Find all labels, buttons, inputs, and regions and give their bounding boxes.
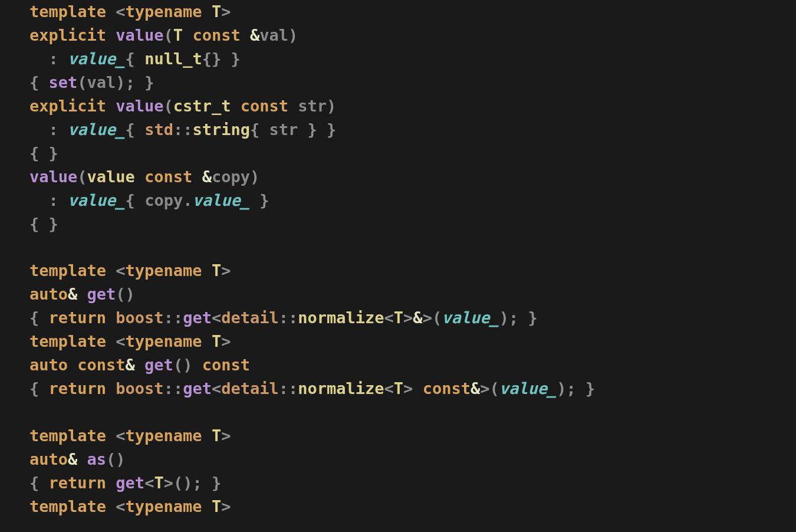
ns-std: std	[144, 120, 173, 139]
line: { return boost::get<detail::normalize<T>…	[29, 379, 595, 398]
line: : value_{ copy.value_ }	[29, 191, 269, 209]
rparen: )	[327, 97, 336, 115]
kw-template: template	[29, 426, 106, 445]
ns-detail: detail	[221, 379, 279, 398]
lt: <	[212, 308, 221, 327]
lparen: (	[164, 26, 173, 44]
type-string: string	[192, 120, 250, 139]
kw-const: const	[423, 379, 471, 398]
kw-auto: auto	[29, 285, 68, 303]
gt: >	[403, 308, 413, 327]
kw-template: template	[29, 497, 106, 515]
type-T: T	[212, 2, 221, 21]
fn-get: get	[183, 308, 212, 327]
amp: &	[68, 450, 77, 468]
dot: .	[183, 191, 192, 209]
type-value: value	[87, 168, 135, 186]
type-T: T	[212, 497, 221, 515]
semi: ;	[126, 73, 135, 91]
rbrace: }	[212, 50, 221, 68]
member-value_: value_	[68, 191, 126, 209]
kw-const: const	[241, 97, 288, 115]
lt: <	[116, 261, 125, 280]
member-value_: value_	[499, 379, 557, 398]
rparen: )	[499, 308, 509, 327]
lbrace: {	[29, 474, 39, 492]
dcolon: ::	[173, 120, 193, 139]
lbrace: {	[29, 308, 39, 327]
dcolon: ::	[279, 379, 298, 398]
type-normalize: normalize	[298, 308, 384, 327]
call-set: set	[49, 73, 78, 91]
line: { return boost::get<detail::normalize<T>…	[29, 308, 538, 327]
rbrace: }	[49, 144, 58, 162]
amp: &	[202, 168, 212, 186]
lbrace: {	[126, 191, 135, 209]
dcolon: ::	[279, 308, 298, 327]
kw-return: return	[49, 308, 107, 327]
lparen: (	[116, 285, 125, 303]
ns-boost: boost	[116, 379, 163, 398]
ctor-value: value	[29, 168, 77, 186]
lbrace: {	[29, 379, 39, 398]
lbrace: {	[202, 50, 212, 68]
lbrace: {	[29, 215, 39, 233]
line: template <typename T>	[29, 426, 231, 445]
line: { return get<T>(); }	[29, 474, 221, 492]
line: : value_{ null_t{} }	[29, 50, 241, 68]
gt: >	[221, 426, 231, 445]
param-copy: copy	[212, 168, 250, 186]
param-str: str	[298, 97, 327, 115]
rparen: )	[116, 73, 125, 91]
type-T: T	[173, 26, 183, 44]
lt: <	[144, 474, 154, 492]
lt: <	[116, 2, 125, 21]
rbrace: }	[231, 50, 240, 68]
kw-typename: typename	[126, 261, 202, 280]
lt: <	[116, 332, 125, 350]
ns-detail: detail	[221, 308, 279, 327]
param-copy: copy	[144, 191, 183, 209]
rbrace: }	[212, 474, 221, 492]
line: { }	[29, 144, 58, 162]
fn-get: get	[87, 285, 116, 303]
rparen: )	[288, 26, 298, 44]
type-null_t: null_t	[144, 50, 202, 68]
kw-const: const	[202, 356, 250, 374]
kw-typename: typename	[126, 2, 202, 21]
semi: ;	[509, 308, 518, 327]
rbrace: }	[144, 73, 154, 91]
lparen: (	[164, 97, 173, 115]
lbrace: {	[126, 120, 135, 139]
semi: ;	[567, 379, 576, 398]
line: { set(val); }	[29, 73, 154, 91]
member-value_: value_	[68, 50, 126, 68]
colon: :	[49, 120, 58, 139]
rbrace: }	[327, 120, 336, 139]
ctor-value: value	[116, 26, 163, 44]
type-T: T	[394, 379, 403, 398]
kw-template: template	[29, 261, 106, 280]
lbrace: {	[29, 144, 39, 162]
kw-auto: auto	[29, 450, 68, 468]
dcolon: ::	[164, 379, 183, 398]
rbrace: }	[259, 191, 269, 209]
lparen: (	[106, 450, 116, 468]
lt: <	[384, 308, 394, 327]
gt: >	[221, 261, 231, 280]
rbrace: }	[308, 120, 317, 139]
kw-explicit: explicit	[29, 97, 106, 115]
type-normalize: normalize	[298, 379, 384, 398]
gt: >	[164, 474, 173, 492]
line: template <typename T>	[29, 497, 231, 515]
gt: >	[221, 497, 231, 515]
kw-const: const	[77, 356, 125, 374]
colon: :	[49, 50, 58, 68]
line: explicit value(T const &val)	[29, 26, 298, 44]
lparen: (	[173, 356, 183, 374]
type-cstr_t: cstr_t	[173, 97, 231, 115]
code-block: template <typename T> explicit value(T c…	[0, 0, 796, 518]
kw-typename: typename	[126, 497, 202, 515]
lparen: (	[77, 168, 87, 186]
param-str: str	[269, 120, 298, 139]
